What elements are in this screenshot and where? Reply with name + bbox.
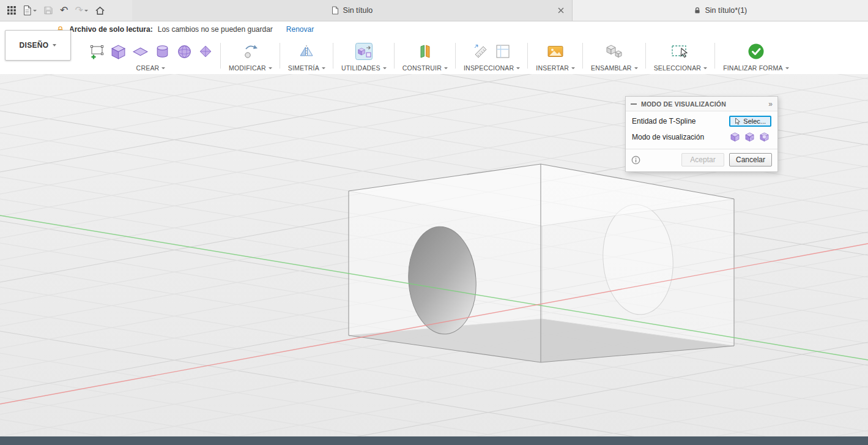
sphere-icon[interactable] <box>176 43 193 60</box>
tspline-entity-label: Entidad de T-Spline <box>632 117 729 125</box>
viewport-bottom-edge <box>0 436 868 445</box>
cancel-button[interactable]: Cancelar <box>729 153 772 166</box>
close-icon[interactable] <box>558 7 565 13</box>
display-mode-label: Modo de visualización <box>632 133 730 141</box>
ribbon-group-finalizar-forma: FINALIZAR FORMA <box>715 37 797 74</box>
ribbon-group-insertar: INSERTAR <box>528 37 583 74</box>
ribbon-group-seleccionar: SELECCIONAR <box>646 37 715 74</box>
tab-title: Sin título*(1) <box>705 6 747 15</box>
accept-button[interactable]: Aceptar <box>681 153 724 166</box>
quadball-icon[interactable] <box>198 44 213 59</box>
mirror-icon[interactable] <box>299 43 314 59</box>
utilities-icon[interactable] <box>355 42 373 61</box>
group-label-construir[interactable]: CONSTRUIR <box>402 64 448 72</box>
workspace-label: DISEÑO <box>20 41 49 50</box>
redo-caret-icon <box>84 10 88 12</box>
finish-form-check-icon[interactable] <box>747 42 765 61</box>
file-menu-icon[interactable] <box>23 5 37 16</box>
group-label-crear[interactable]: CREAR <box>136 64 166 72</box>
readonly-banner: Archivo de solo lectura: Los cambios no … <box>0 21 868 37</box>
display-mode-control-icon[interactable] <box>744 132 755 142</box>
display-mode-dialog: MODO DE VISUALIZACIÓN » Entidad de T-Spl… <box>625 96 778 172</box>
dialog-title: MODO DE VISUALIZACIÓN <box>641 100 764 108</box>
document-icon <box>332 6 339 15</box>
topbar: ↶ ↷ Sin título Sin título*(1) <box>0 0 868 21</box>
select-box-icon[interactable] <box>671 42 689 61</box>
ribbon-group-construir: CONSTRUIR <box>395 37 456 74</box>
undo-icon[interactable]: ↶ <box>60 6 68 15</box>
group-label-seleccionar[interactable]: SELECCIONAR <box>654 64 707 72</box>
home-icon[interactable] <box>95 6 105 15</box>
readonly-title: Archivo de solo lectura: <box>69 25 153 34</box>
save-icon[interactable] <box>43 6 53 15</box>
ribbon-group-utilidades: UTILIDADES <box>333 37 395 74</box>
ribbon-group-simetria: SIMETRÍA <box>280 37 333 74</box>
tspline-entity-select-button[interactable]: Selec... <box>729 116 771 127</box>
renew-link[interactable]: Renovar <box>286 25 314 34</box>
dropdown-caret-icon <box>571 67 575 69</box>
dropdown-caret-icon <box>785 67 789 69</box>
measure-icon[interactable] <box>473 43 489 59</box>
ribbon-group-modificar: MODIFICAR <box>221 37 280 74</box>
group-label-inspeccionar[interactable]: INSPECCIONAR <box>464 64 520 72</box>
dropdown-caret-icon <box>444 67 448 69</box>
display-mode-options <box>730 132 771 142</box>
group-label-utilidades[interactable]: UTILIDADES <box>341 64 387 72</box>
workspace-selector[interactable]: DISEÑO <box>5 30 71 61</box>
construct-plane-icon[interactable] <box>417 43 433 59</box>
redo-icon[interactable]: ↷ <box>75 6 87 15</box>
plane-icon[interactable] <box>132 43 149 60</box>
dropdown-caret-icon <box>703 67 707 69</box>
dropdown-caret-icon <box>634 67 638 69</box>
dropdown-caret-icon <box>269 67 272 69</box>
group-label-simetria[interactable]: SIMETRÍA <box>288 64 325 72</box>
display-mode-smooth-icon[interactable] <box>759 132 770 142</box>
section-icon[interactable] <box>495 43 511 59</box>
ribbon-group-ensamblar: ENSAMBLAR <box>583 37 646 74</box>
ribbon-group-crear: CREAR <box>81 37 221 74</box>
edit-form-icon[interactable] <box>242 43 259 60</box>
quick-access-toolbar: ↶ ↷ <box>0 0 132 21</box>
document-tab-2[interactable]: Sin título*(1) <box>573 0 868 21</box>
readonly-message: Los cambios no se pueden guardar <box>158 25 273 34</box>
dropdown-caret-icon <box>516 67 520 69</box>
dropdown-caret-icon <box>322 67 325 69</box>
expand-icon[interactable]: » <box>768 100 773 108</box>
info-icon[interactable] <box>631 155 640 165</box>
document-tab-1[interactable]: Sin título <box>132 0 573 21</box>
display-mode-box-icon[interactable] <box>730 132 740 142</box>
insert-image-icon[interactable] <box>547 43 564 59</box>
dialog-header[interactable]: MODO DE VISUALIZACIÓN » <box>626 97 777 111</box>
ribbon-group-inspeccionar: INSPECCIONAR <box>456 37 528 74</box>
cursor-icon <box>735 118 741 125</box>
group-label-finalizar-forma[interactable]: FINALIZAR FORMA <box>723 64 789 72</box>
lock-icon <box>694 7 701 14</box>
document-tabs: Sin título Sin título*(1) <box>132 0 868 21</box>
assemble-icon[interactable] <box>606 43 623 59</box>
tab-title: Sin título <box>343 6 373 15</box>
group-label-ensamblar[interactable]: ENSAMBLAR <box>591 64 638 72</box>
create-form-icon[interactable] <box>89 43 105 59</box>
workspace-caret-icon <box>53 44 56 47</box>
group-label-modificar[interactable]: MODIFICAR <box>229 64 272 72</box>
dropdown-caret-icon <box>161 67 165 69</box>
file-menu-caret-icon <box>33 10 37 12</box>
ribbon-toolbar: CREAR MODIFICAR <box>0 37 868 75</box>
group-label-insertar[interactable]: INSERTAR <box>536 64 575 72</box>
apps-grid-icon[interactable] <box>7 6 16 15</box>
box-icon[interactable] <box>110 43 127 60</box>
dropdown-caret-icon <box>383 67 387 69</box>
cylinder-icon[interactable] <box>154 43 171 60</box>
collapse-icon[interactable] <box>631 103 637 105</box>
